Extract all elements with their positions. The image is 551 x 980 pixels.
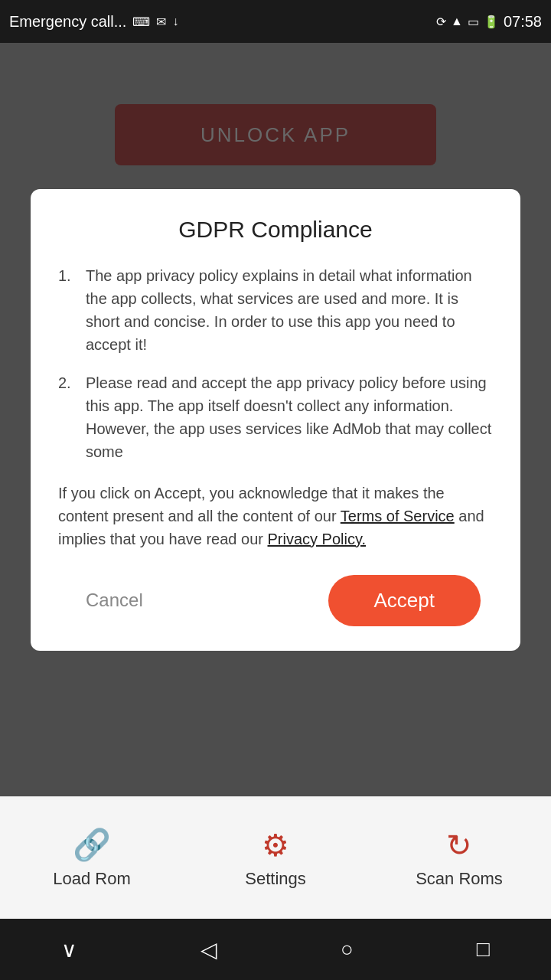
settings-label: Settings	[245, 869, 306, 889]
dialog-title: GDPR Compliance	[58, 217, 493, 243]
nav-back-button[interactable]: ◁	[201, 937, 217, 962]
accept-button[interactable]: Accept	[328, 575, 481, 626]
load-rom-icon: 🔗	[73, 827, 111, 863]
nav-item-load-rom[interactable]: 🔗 Load Rom	[0, 827, 184, 889]
list-item: 2. Please read and accept the app privac…	[58, 371, 493, 463]
dialog-notice: If you click on Accept, you acknowledge …	[58, 482, 493, 550]
status-right-icons: ⟳ ▲ ▭ 🔋 07:58	[436, 13, 542, 31]
clock: 07:58	[504, 13, 542, 31]
system-nav-bar: ∨ ◁ ○ □	[0, 919, 551, 980]
nav-home-button[interactable]: ○	[341, 937, 354, 962]
status-left: Emergency call... ⌨ ✉ ↓	[9, 13, 178, 31]
terms-of-service-link[interactable]: Terms of Service	[341, 508, 455, 524]
privacy-policy-link[interactable]: Privacy Policy.	[268, 531, 367, 547]
list-number-1: 1.	[58, 264, 86, 287]
list-text-1: The app privacy policy explains in detai…	[86, 264, 493, 356]
app-name: Emergency call...	[9, 13, 126, 31]
mail-icon: ✉	[156, 15, 166, 29]
keyboard-icon: ⌨	[132, 15, 150, 29]
dialog-body: 1. The app privacy policy explains in de…	[58, 264, 493, 550]
scan-roms-icon: ↻	[446, 828, 472, 863]
sim-icon: ▭	[468, 15, 479, 29]
list-item: 1. The app privacy policy explains in de…	[58, 264, 493, 356]
load-rom-label: Load Rom	[53, 869, 131, 889]
wifi-icon: ▲	[451, 15, 463, 28]
nav-down-button[interactable]: ∨	[61, 937, 77, 962]
download-icon: ↓	[172, 15, 178, 28]
nav-item-settings[interactable]: ⚙ Settings	[184, 828, 367, 889]
nav-recents-button[interactable]: □	[477, 937, 490, 962]
settings-icon: ⚙	[262, 828, 289, 863]
rotate-icon: ⟳	[436, 15, 446, 29]
status-bar: Emergency call... ⌨ ✉ ↓ ⟳ ▲ ▭ 🔋 07:58	[0, 0, 551, 43]
battery-icon: 🔋	[484, 15, 499, 29]
nav-item-scan-roms[interactable]: ↻ Scan Roms	[367, 828, 551, 889]
cancel-button[interactable]: Cancel	[70, 582, 158, 619]
list-number-2: 2.	[58, 371, 86, 394]
bottom-nav: 🔗 Load Rom ⚙ Settings ↻ Scan Roms	[0, 796, 551, 919]
list-text-2: Please read and accept the app privacy p…	[86, 371, 493, 463]
dialog-overlay: GDPR Compliance 1. The app privacy polic…	[0, 43, 551, 796]
scan-roms-label: Scan Roms	[416, 869, 503, 889]
dialog-actions: Cancel Accept	[58, 575, 493, 626]
dialog-list: 1. The app privacy policy explains in de…	[58, 264, 493, 463]
gdpr-dialog: GDPR Compliance 1. The app privacy polic…	[31, 189, 520, 651]
